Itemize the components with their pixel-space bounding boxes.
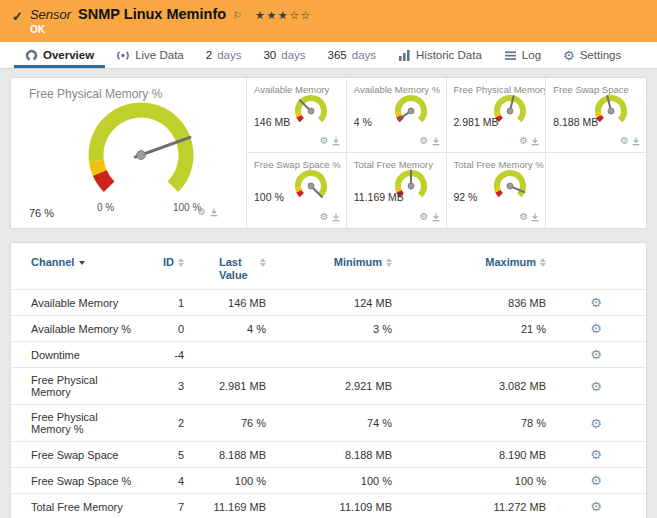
pin-icon[interactable] <box>531 137 539 146</box>
cell-actions: ⚙ <box>552 468 646 494</box>
cell-last: 8.188 MB <box>190 442 272 468</box>
pin-icon[interactable] <box>632 137 640 146</box>
gear-icon[interactable]: ⚙ <box>519 136 528 146</box>
cell-max: 836 MB <box>398 290 552 316</box>
channel-row: Free Swap Space58.188 MB8.188 MB8.190 MB… <box>11 442 646 468</box>
mini-gauge-actions: ⚙ <box>420 212 440 222</box>
mini-gauge-actions: ⚙ <box>320 212 340 222</box>
channels-table: ChannelIDLast ValueMinimumMaximum Availa… <box>11 249 646 518</box>
gear-icon[interactable]: ⚙ <box>320 212 329 222</box>
mini-gauge-cell[interactable]: Total Free Memory11.169 MB⚙ <box>347 153 447 228</box>
column-label: Channel <box>31 256 74 268</box>
tab-number: 365 <box>328 49 347 61</box>
channel-settings-gear-icon[interactable]: ⚙ <box>590 295 602 310</box>
cell-min: 124 MB <box>272 290 398 316</box>
content-area: Free Physical Memory % 0 % 100 % 76 % ⚙ … <box>0 69 657 518</box>
mini-gauge-cell[interactable]: Available Memory %4 %⚙ <box>347 78 447 153</box>
pin-icon[interactable] <box>531 213 539 222</box>
pin-icon[interactable] <box>432 213 440 222</box>
column-header-actions <box>552 249 646 290</box>
channel-row: Downtime-4⚙ <box>11 342 646 368</box>
cell-actions: ⚙ <box>552 442 646 468</box>
pin-icon[interactable] <box>210 208 218 217</box>
gear-icon[interactable]: ⚙ <box>420 212 429 222</box>
cell-min: 100 % <box>272 468 398 494</box>
tab-settings[interactable]: ⚙Settings <box>552 42 632 68</box>
channel-settings-gear-icon[interactable]: ⚙ <box>590 447 602 462</box>
gear-icon[interactable]: ⚙ <box>420 136 429 146</box>
cell-min: 11.109 MB <box>272 494 398 518</box>
mini-gauge-dial <box>288 165 334 207</box>
tab-label: Log <box>522 49 541 61</box>
mini-gauge-cell[interactable]: Free Swap Space8.188 MB⚙ <box>546 78 646 153</box>
cell-id: 2 <box>138 405 190 442</box>
cell-channel: Free Physical Memory <box>11 368 138 405</box>
column-header-max[interactable]: Maximum <box>398 249 552 290</box>
tab-label: Settings <box>580 49 622 61</box>
tab-365-days[interactable]: 365days <box>317 42 387 68</box>
mini-gauge-dial <box>288 90 334 132</box>
cell-actions: ⚙ <box>552 405 646 442</box>
cell-actions: ⚙ <box>552 368 646 405</box>
channel-settings-gear-icon[interactable]: ⚙ <box>590 321 602 336</box>
cell-actions: ⚙ <box>552 342 646 368</box>
pin-icon[interactable] <box>332 213 340 222</box>
column-label: ID <box>163 256 174 268</box>
channel-row: Free Physical Memory32.981 MB2.921 MB3.0… <box>11 368 646 405</box>
cell-last: 76 % <box>190 405 272 442</box>
flag-icon: ⚐ <box>233 10 242 21</box>
mini-gauge-cell[interactable]: Free Swap Space %100 %⚙ <box>247 153 347 228</box>
pin-icon[interactable] <box>332 137 340 146</box>
tab-2-days[interactable]: 2days <box>195 42 253 68</box>
mini-gauge-value: 11.169 MB <box>354 191 404 203</box>
mini-gauge-cell[interactable]: Available Memory146 MB⚙ <box>247 78 347 153</box>
gear-icon[interactable]: ⚙ <box>620 136 629 146</box>
cell-max: 3.082 MB <box>398 368 552 405</box>
channel-settings-gear-icon[interactable]: ⚙ <box>590 499 602 514</box>
tab-bar: OverviewLive Data2days30days365daysHisto… <box>0 42 657 69</box>
channel-settings-gear-icon[interactable]: ⚙ <box>590 416 602 431</box>
channel-settings-gear-icon[interactable]: ⚙ <box>590 347 602 362</box>
column-label: Maximum <box>485 256 536 268</box>
mini-gauge-value: 92 % <box>454 191 478 203</box>
sort-toggle-icon <box>540 258 546 267</box>
tab-label: Overview <box>43 49 94 61</box>
cell-min: 8.188 MB <box>272 442 398 468</box>
gear-icon[interactable]: ⚙ <box>320 136 329 146</box>
main-gauge-actions: ⚙ <box>197 207 218 217</box>
mini-gauge-cell[interactable]: Total Free Memory %92 %⚙ <box>447 153 547 228</box>
cell-last: 4 % <box>190 316 272 342</box>
cell-last: 146 MB <box>190 290 272 316</box>
cell-max: 21 % <box>398 316 552 342</box>
mini-gauge-cell[interactable]: Free Physical Memory2.981 MB⚙ <box>447 78 547 153</box>
column-header-channel[interactable]: Channel <box>11 249 138 290</box>
mini-gauge-actions: ⚙ <box>519 212 539 222</box>
channel-row: Available Memory1146 MB124 MB836 MB⚙ <box>11 290 646 316</box>
mini-gauge-dial <box>388 90 434 132</box>
tab-live-data[interactable]: Live Data <box>105 42 195 68</box>
column-header-id[interactable]: ID <box>138 249 190 290</box>
tab-log[interactable]: Log <box>493 42 552 68</box>
main-gauge-area: Free Physical Memory % 0 % 100 % 76 % ⚙ <box>11 78 246 228</box>
priority-stars[interactable]: ★★★☆☆ <box>255 9 312 22</box>
sort-desc-icon <box>79 261 85 265</box>
cell-channel: Free Physical Memory % <box>11 405 138 442</box>
cell-id: 4 <box>138 468 190 494</box>
cell-id: 1 <box>138 290 190 316</box>
overview-icon <box>25 49 38 62</box>
pin-icon[interactable] <box>432 137 440 146</box>
gauge-min-label: 0 % <box>97 202 114 213</box>
gear-icon[interactable]: ⚙ <box>519 212 528 222</box>
cell-last: 11.169 MB <box>190 494 272 518</box>
gear-icon[interactable]: ⚙ <box>197 207 206 217</box>
tab-historic-data[interactable]: Historic Data <box>387 42 493 68</box>
channel-settings-gear-icon[interactable]: ⚙ <box>590 473 602 488</box>
tab-30-days[interactable]: 30days <box>252 42 316 68</box>
gear-icon: ⚙ <box>563 49 575 62</box>
sort-toggle-icon <box>260 258 266 267</box>
channel-settings-gear-icon[interactable]: ⚙ <box>590 379 602 394</box>
column-header-min[interactable]: Minimum <box>272 249 398 290</box>
tab-overview[interactable]: Overview <box>14 42 105 68</box>
tab-number: 30 <box>263 49 276 61</box>
column-header-last[interactable]: Last Value <box>190 249 272 290</box>
